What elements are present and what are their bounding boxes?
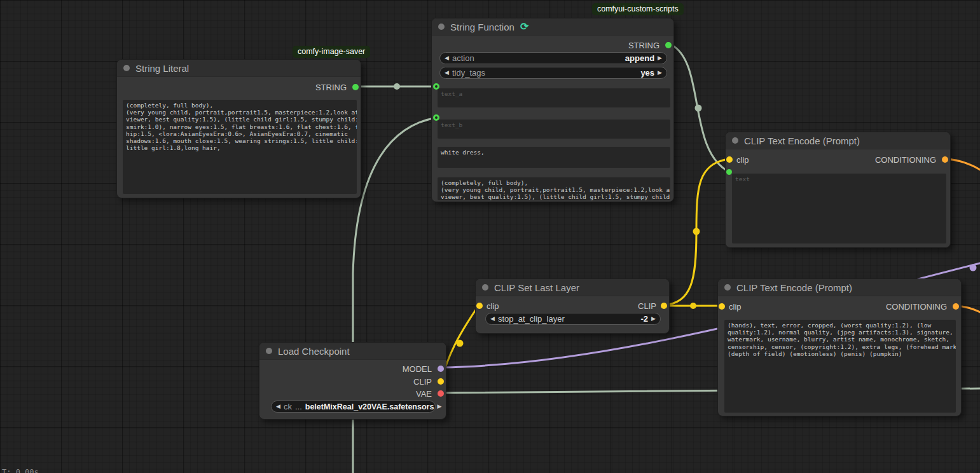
- node-string-function[interactable]: String Function ⟳ STRING ◀ action append…: [431, 18, 674, 202]
- left-arrow-icon[interactable]: ◀: [445, 55, 449, 61]
- pysssss-logo-icon: ⟳: [520, 22, 528, 32]
- widget-value: yes: [640, 68, 654, 78]
- right-arrow-icon[interactable]: ▶: [658, 55, 662, 61]
- output-label-model: MODEL: [403, 364, 432, 374]
- node-titlebar[interactable]: String Function ⟳: [432, 18, 673, 36]
- right-arrow-icon[interactable]: ▶: [437, 404, 441, 409]
- link-dot[interactable]: [457, 340, 464, 347]
- link-dot[interactable]: [693, 228, 700, 235]
- widget-value: beletMixReal_v20VAE.safetensors: [305, 402, 434, 411]
- right-arrow-icon[interactable]: ▶: [651, 316, 656, 322]
- collapse-dot-icon[interactable]: [123, 65, 130, 71]
- output-dot-vae[interactable]: [438, 390, 444, 397]
- widget-label: action: [452, 53, 622, 63]
- output-label-vae: VAE: [416, 389, 432, 399]
- output-label-clip: CLIP: [638, 301, 656, 311]
- input-label-clip: clip: [487, 301, 499, 311]
- output-label-clip: CLIP: [413, 377, 432, 387]
- comfyui-canvas[interactable]: { "status": { "perf_text": "T: 0.00s" },…: [0, 0, 980, 473]
- right-arrow-icon[interactable]: ▶: [658, 70, 662, 76]
- output-dot-conditioning[interactable]: [942, 156, 948, 163]
- node-titlebar[interactable]: Load Checkpoint: [259, 343, 446, 360]
- output-label-string: STRING: [315, 83, 347, 92]
- text-b-textarea[interactable]: text_b: [438, 120, 670, 139]
- widget-tidy-tags[interactable]: ◀ tidy_tags yes ▶: [439, 67, 667, 79]
- output-dot-conditioning[interactable]: [953, 303, 959, 310]
- placeholder-text: text_a: [441, 90, 462, 97]
- input-label-clip: clip: [729, 302, 742, 312]
- output-dot-model[interactable]: [438, 366, 444, 372]
- widget-label: stop_at_clip_layer: [498, 314, 638, 324]
- output-label-conditioning: CONDITIONING: [875, 155, 936, 165]
- link-dot[interactable]: [970, 264, 977, 271]
- placeholder-text: text: [735, 175, 750, 182]
- node-clip-text-encode-bottom[interactable]: CLIP Text Encode (Prompt) clip CONDITION…: [717, 278, 962, 416]
- placeholder-text: text_b: [441, 121, 462, 128]
- input-dot-clip[interactable]: [719, 303, 725, 310]
- wire-bottom-to-text-b: [353, 118, 437, 473]
- widget-value: -2: [641, 314, 649, 324]
- node-titlebar[interactable]: String Literal: [117, 60, 361, 77]
- badge-comfyui-custom-scripts: comfyui-custom-scripts: [592, 3, 684, 15]
- wire-top-conditioning-to-right: [946, 159, 980, 170]
- output-dot-string[interactable]: [352, 84, 359, 90]
- node-titlebar[interactable]: CLIP Text Encode (Prompt): [726, 132, 950, 149]
- result-textarea[interactable]: (completely, full body), (very young chi…: [438, 177, 670, 200]
- output-label-string: STRING: [628, 41, 659, 50]
- node-title: CLIP Text Encode (Prompt): [744, 135, 860, 146]
- input-dot-text[interactable]: [726, 169, 732, 175]
- output-dot-clip[interactable]: [661, 303, 667, 309]
- collapse-dot-icon[interactable]: [266, 348, 272, 354]
- link-dot[interactable]: [695, 105, 702, 112]
- left-arrow-icon[interactable]: ◀: [490, 316, 495, 322]
- text-a-textarea[interactable]: text_a: [438, 88, 670, 107]
- input-dot-text-b[interactable]: [433, 114, 439, 121]
- link-dot[interactable]: [690, 303, 696, 309]
- widget-label-truncation: ...: [295, 402, 302, 411]
- node-clip-text-encode-top[interactable]: CLIP Text Encode (Prompt) clip CONDITION…: [725, 132, 951, 248]
- node-title: CLIP Text Encode (Prompt): [736, 282, 852, 293]
- widget-label: ck: [284, 402, 292, 411]
- node-clip-set-last-layer[interactable]: CLIP Set Last Layer clip CLIP ◀ stop_at_…: [475, 278, 670, 334]
- widget-label: tidy_tags: [452, 68, 637, 78]
- collapse-dot-icon[interactable]: [732, 137, 738, 144]
- widget-stop-at-clip-layer[interactable]: ◀ stop_at_clip_layer -2 ▶: [485, 313, 661, 325]
- collapse-dot-icon[interactable]: [438, 24, 445, 30]
- widget-action[interactable]: ◀ action append ▶: [439, 52, 667, 64]
- output-dot-clip[interactable]: [438, 378, 444, 385]
- node-title: Load Checkpoint: [278, 346, 350, 357]
- left-arrow-icon[interactable]: ◀: [276, 404, 280, 409]
- string-literal-textarea[interactable]: (completely, full body), (very young chi…: [123, 100, 357, 194]
- text-textarea[interactable]: text: [732, 174, 946, 243]
- node-titlebar[interactable]: CLIP Text Encode (Prompt): [718, 279, 961, 296]
- collapse-dot-icon[interactable]: [724, 284, 731, 291]
- node-title: String Function: [450, 22, 514, 32]
- output-dot-string[interactable]: [665, 42, 672, 48]
- negative-prompt-textarea[interactable]: (hands), text, error, cropped, (worst qu…: [724, 320, 956, 413]
- node-title: CLIP Set Last Layer: [494, 282, 579, 293]
- collapse-dot-icon[interactable]: [482, 284, 488, 291]
- node-title: String Literal: [135, 63, 189, 74]
- badge-comfy-image-saver: comfy-image-saver: [293, 46, 370, 58]
- widget-ckpt-name[interactable]: ◀ ck ... beletMixReal_v20VAE.safetensors…: [271, 401, 436, 413]
- input-dot-clip[interactable]: [476, 303, 483, 309]
- widget-value: append: [625, 53, 654, 63]
- input-dot-text-a[interactable]: [433, 83, 439, 90]
- node-string-literal[interactable]: String Literal STRING (completely, full …: [116, 59, 361, 198]
- input-dot-clip[interactable]: [726, 156, 733, 163]
- text-c-textarea[interactable]: white dress,: [438, 147, 670, 168]
- link-dot[interactable]: [394, 83, 400, 90]
- left-arrow-icon[interactable]: ◀: [445, 70, 449, 76]
- input-label-clip: clip: [736, 155, 749, 165]
- render-time-status: T: 0.00s: [2, 468, 39, 473]
- node-load-checkpoint[interactable]: Load Checkpoint MODEL CLIP VAE ◀ ck ... …: [259, 342, 446, 420]
- node-titlebar[interactable]: CLIP Set Last Layer: [476, 279, 669, 296]
- output-label-conditioning: CONDITIONING: [886, 302, 947, 312]
